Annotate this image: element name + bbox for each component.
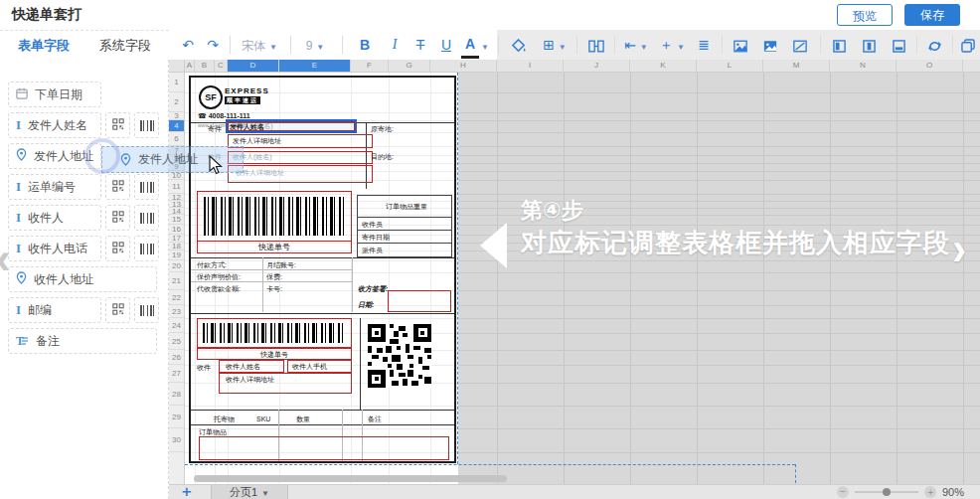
- row-header-14[interactable]: 14: [169, 208, 184, 215]
- field-chip-order-date[interactable]: 下单日期: [8, 82, 101, 107]
- chart-image-icon[interactable]: [788, 30, 812, 60]
- sender-address-box[interactable]: 发件人详细地址: [228, 134, 373, 148]
- row-header-13[interactable]: 13: [169, 201, 184, 208]
- waybill-barcode-box[interactable]: [197, 191, 352, 242]
- qr-option-waybill-no[interactable]: [105, 174, 130, 200]
- order-goods-box[interactable]: [199, 436, 449, 460]
- qr-option-sender-name[interactable]: [105, 112, 130, 138]
- waybill-text-box[interactable]: 快递单号: [197, 241, 352, 253]
- bold-icon[interactable]: B: [354, 30, 376, 60]
- fill-color-icon[interactable]: ▼: [507, 30, 531, 60]
- row-header-23[interactable]: 23: [169, 305, 184, 318]
- row-header-18[interactable]: 18: [169, 243, 184, 250]
- row-header-21[interactable]: 21: [169, 272, 184, 290]
- barcode-option-waybill-no[interactable]: [134, 174, 159, 200]
- tab-system-fields[interactable]: 系统字段: [99, 31, 151, 61]
- row-header-19[interactable]: 19: [169, 250, 184, 260]
- column-header-G[interactable]: G: [389, 60, 430, 72]
- strikethrough-icon[interactable]: T: [409, 30, 431, 60]
- row-header-1[interactable]: 1: [169, 73, 184, 92]
- zoom-in-button[interactable]: ＋: [924, 486, 936, 498]
- waybill2-barcode-box[interactable]: [197, 318, 352, 348]
- column-header-F[interactable]: F: [351, 60, 389, 72]
- row-header-17[interactable]: 17: [169, 235, 184, 243]
- layout-bottom-icon[interactable]: [887, 30, 910, 60]
- receiver-phone-box[interactable]: 收件人手机: [287, 360, 352, 373]
- sidebar-collapse-icon[interactable]: ‹: [0, 234, 11, 283]
- step-prev-arrow[interactable]: [480, 223, 507, 268]
- waybill2-text-box[interactable]: 快递单号: [197, 348, 352, 360]
- layout-center-icon[interactable]: [857, 30, 881, 60]
- field-chip-remark[interactable]: T备注: [8, 328, 157, 354]
- row-header-27[interactable]: 27: [169, 365, 184, 383]
- zoom-slider-knob[interactable]: [883, 488, 891, 496]
- image-filled-icon[interactable]: [758, 30, 782, 60]
- field-chip-sender-name[interactable]: I发件人姓名: [8, 112, 101, 138]
- row-header-28[interactable]: 28: [169, 383, 184, 406]
- row-header-22[interactable]: 22: [169, 290, 184, 305]
- barcode-option-sender-name[interactable]: [134, 112, 159, 138]
- dispatch-staff-cell[interactable]: 派件员: [357, 243, 452, 257]
- save-button[interactable]: 保存: [904, 4, 960, 26]
- page-tab[interactable]: 分页1▼: [211, 485, 288, 499]
- preview-button[interactable]: 预览: [837, 4, 893, 26]
- qr-option-receiver[interactable]: [105, 205, 130, 231]
- insert-icon[interactable]: ＋ ▼: [658, 30, 686, 60]
- layout-left-icon[interactable]: [827, 30, 851, 60]
- row-header-16[interactable]: 16: [169, 225, 184, 235]
- row-header-30[interactable]: 30: [169, 428, 184, 452]
- receiver-address-ghost-box[interactable]: 收件人详细地址: [228, 165, 373, 183]
- column-header-A[interactable]: A: [185, 60, 195, 72]
- row-header-15[interactable]: 15: [169, 215, 184, 225]
- row-header-29[interactable]: 29: [169, 406, 184, 428]
- row-header-12[interactable]: 12: [169, 194, 184, 201]
- receiver-name-ghost-box[interactable]: 收件人(姓名): [228, 151, 373, 164]
- barcode-option-zipcode[interactable]: [134, 297, 159, 323]
- row-header-24[interactable]: 24: [169, 318, 184, 333]
- sheet-canvas[interactable]: SF EXPRESS 顺丰速运 ☎ 4008-111-111 www.sf-ex…: [185, 73, 980, 499]
- borders-icon[interactable]: ⊞ ▼: [543, 30, 567, 60]
- qr-option-zipcode[interactable]: [105, 297, 130, 323]
- column-header-H[interactable]: H: [430, 60, 497, 72]
- column-header-J[interactable]: J: [564, 60, 630, 72]
- font-size-select[interactable]: 9 ▼: [298, 30, 332, 60]
- column-header-O[interactable]: O: [897, 60, 963, 72]
- zoom-out-button[interactable]: −: [837, 486, 849, 498]
- font-color-chevron-icon[interactable]: ▼: [479, 30, 491, 60]
- sheet-corner-cell[interactable]: [169, 60, 185, 73]
- list-format-icon[interactable]: ≣: [693, 30, 715, 60]
- row-header-3[interactable]: 3: [169, 112, 184, 120]
- row-header-11[interactable]: 11: [169, 180, 184, 194]
- column-header-C[interactable]: C: [215, 60, 228, 72]
- copy-icon[interactable]: [956, 30, 980, 60]
- sync-icon[interactable]: [922, 30, 946, 60]
- field-chip-receiver-address[interactable]: 收件人地址: [8, 266, 157, 292]
- field-chip-waybill-no[interactable]: I运单编号: [8, 174, 101, 200]
- column-header-M[interactable]: M: [763, 60, 830, 72]
- receiver-name-box[interactable]: 收件人姓名: [219, 360, 284, 373]
- field-chip-receiver-phone[interactable]: I收件人电话: [8, 236, 101, 261]
- align-icon[interactable]: ⇤ ▼: [622, 30, 650, 60]
- row-header-2[interactable]: 2: [169, 92, 184, 112]
- font-color-icon[interactable]: A: [461, 32, 479, 59]
- column-header-E[interactable]: E: [279, 60, 351, 72]
- insert-image-icon[interactable]: [729, 30, 752, 60]
- row-header-25[interactable]: 25: [169, 333, 184, 350]
- weight-cell[interactable]: 订单物品重量: [357, 195, 452, 218]
- row-header-4[interactable]: 4: [169, 120, 184, 132]
- date-field-box[interactable]: [388, 290, 451, 312]
- horizontal-scrollbar[interactable]: [194, 475, 507, 482]
- merge-cells-icon[interactable]: [584, 30, 608, 60]
- row-header-6[interactable]: 6: [169, 132, 184, 146]
- column-header-I[interactable]: I: [497, 60, 564, 72]
- redo-icon[interactable]: ↷: [202, 30, 224, 60]
- tab-form-fields[interactable]: 表单字段: [18, 31, 70, 61]
- field-chip-receiver[interactable]: I收件人: [8, 205, 101, 231]
- column-header-K[interactable]: K: [630, 60, 697, 72]
- column-header-B[interactable]: B: [195, 60, 215, 72]
- undo-icon[interactable]: ↶: [177, 30, 199, 60]
- row-header-26[interactable]: 26: [169, 350, 184, 365]
- barcode-option-receiver-phone[interactable]: [134, 236, 159, 261]
- send-date-cell[interactable]: 寄件日期: [357, 230, 452, 244]
- recv-staff-cell[interactable]: 收件员: [357, 217, 452, 231]
